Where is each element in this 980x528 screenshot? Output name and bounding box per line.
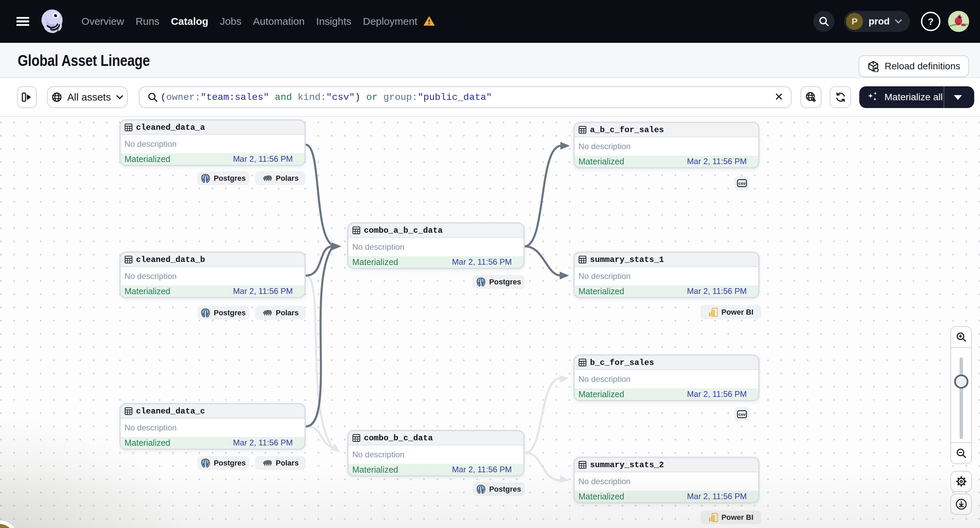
svg-text:?: ? xyxy=(928,16,934,27)
